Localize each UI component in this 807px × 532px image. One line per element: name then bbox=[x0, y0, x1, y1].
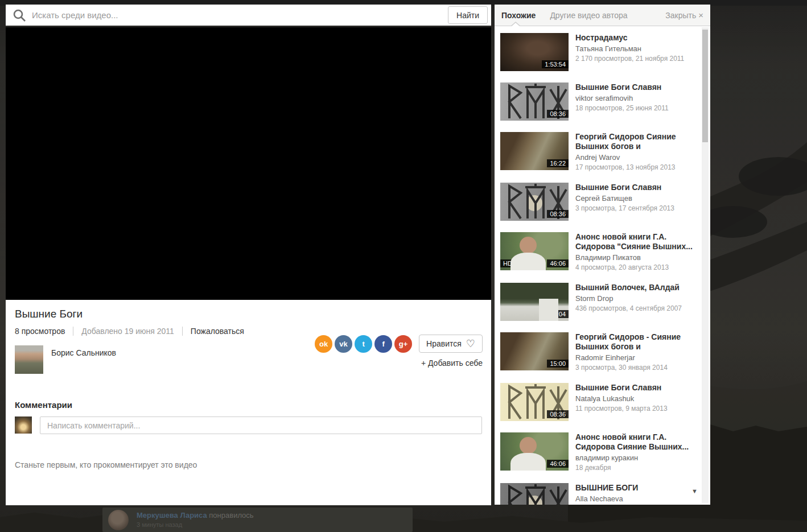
video-thumbnail[interactable]: HD 46:06 bbox=[500, 232, 569, 270]
twitter-icon[interactable]: t bbox=[355, 335, 372, 353]
video-thumbnail[interactable]: HD bbox=[500, 483, 569, 505]
related-video-title[interactable]: ВЫШНИЕ БОГИ bbox=[575, 483, 696, 493]
duration-badge: 08:36 bbox=[547, 210, 569, 218]
related-video-meta: 18 просмотров, 25 июня 2011 bbox=[575, 104, 696, 112]
video-player[interactable] bbox=[6, 27, 491, 300]
related-video-item[interactable]: HD ВЫШНИЕ БОГИ Alla Nechaeva 6 просмотро… bbox=[500, 483, 699, 505]
video-thumbnail[interactable]: HD 08:36 bbox=[500, 183, 569, 221]
related-video-title[interactable]: Вышние Боги Славян bbox=[575, 83, 696, 92]
heart-icon: ♡ bbox=[466, 337, 475, 350]
related-videos-list: HD 1:53:54 Нострадамус Татьяна Гительман… bbox=[495, 26, 699, 505]
related-video-author[interactable]: Storm Drop bbox=[575, 294, 696, 303]
comments-empty-state: Станьте первым, кто прокомментирует это … bbox=[15, 460, 482, 469]
related-video-title[interactable]: Анонс новой книги Г.А. Сидорова "Сияние … bbox=[575, 232, 696, 251]
video-thumbnail[interactable]: HD 08:36 bbox=[500, 383, 569, 421]
related-video-author[interactable]: Radomir Einherjar bbox=[575, 353, 696, 362]
search-icon bbox=[13, 9, 26, 22]
share-buttons-group: okvktfg+ bbox=[315, 335, 414, 353]
related-video-item[interactable]: HD 04:04 Вышний Волочек, ВАлдай Storm Dr… bbox=[500, 283, 699, 321]
scrollbar-thumb[interactable] bbox=[702, 30, 708, 142]
related-video-item[interactable]: HD 16:22 Георгий Сидоров Сияние Вышних б… bbox=[500, 132, 699, 171]
duration-badge: 15:00 bbox=[547, 360, 569, 368]
google-plus-icon[interactable]: g+ bbox=[394, 335, 412, 353]
related-video-title[interactable]: Вышний Волочек, ВАлдай bbox=[575, 283, 696, 292]
related-video-item[interactable]: HD 46:06 Анонс новой книги Г.А. Сидорова… bbox=[500, 232, 699, 271]
divider bbox=[182, 327, 183, 336]
related-video-author[interactable]: Natalya Lukashuk bbox=[575, 394, 696, 403]
close-icon: × bbox=[698, 10, 703, 20]
related-video-title[interactable]: Анонс новой книги Г.А. Сидорова Сияние В… bbox=[575, 432, 696, 452]
author-name[interactable]: Борис Сальников bbox=[51, 348, 116, 374]
add-to-self-link[interactable]: + Добавить себе bbox=[421, 358, 483, 368]
author-avatar[interactable] bbox=[15, 345, 43, 374]
related-video-title[interactable]: Вышние Боги Славян bbox=[575, 383, 696, 393]
duration-badge: 1:53:54 bbox=[542, 60, 569, 68]
commenter-avatar bbox=[15, 416, 32, 434]
search-submit-button[interactable]: Найти bbox=[448, 6, 488, 24]
video-overlay-page: Меркушева Лариса понравилось 3 минуты на… bbox=[0, 0, 807, 532]
related-video-item[interactable]: HD 08:36 Вышние Боги Славян Natalya Luka… bbox=[500, 383, 699, 421]
vkontakte-icon[interactable]: vk bbox=[335, 335, 352, 353]
close-button[interactable]: Закрыть× bbox=[665, 10, 703, 20]
duration-badge: 08:36 bbox=[547, 110, 569, 118]
scroll-down-icon[interactable]: ▼ bbox=[691, 488, 698, 494]
comment-input[interactable] bbox=[40, 416, 482, 434]
video-thumbnail[interactable]: HD 46:06 bbox=[500, 432, 569, 471]
related-video-meta: 3 просмотра, 17 сентября 2013 bbox=[575, 204, 696, 212]
related-video-author[interactable]: Сергей Батищев bbox=[575, 194, 696, 203]
related-videos-sidebar: Похожие Другие видео автора Закрыть× HD … bbox=[495, 5, 710, 505]
video-title: Вышние Боги bbox=[15, 308, 482, 320]
duration-badge: 08:36 bbox=[547, 410, 569, 418]
related-video-item[interactable]: HD 1:53:54 Нострадамус Татьяна Гительман… bbox=[500, 33, 699, 71]
related-video-meta: 18 декабря bbox=[575, 464, 696, 472]
report-link[interactable]: Пожаловаться bbox=[191, 327, 244, 336]
related-video-meta: 3 просмотра, 30 января 2014 bbox=[575, 364, 696, 372]
related-video-item[interactable]: HD 46:06 Анонс новой книги Г.А. Сидорова… bbox=[500, 432, 699, 472]
close-button-label: Закрыть bbox=[665, 11, 696, 20]
sidebar-scrollbar[interactable] bbox=[702, 27, 709, 503]
related-video-item[interactable]: HD 08:36 Вышние Боги Славян viktor seraf… bbox=[500, 83, 699, 121]
related-video-title[interactable]: Георгий Сидоров - Сияние Вышних богов и … bbox=[575, 332, 696, 352]
related-video-meta: 4 просмотра, 20 августа 2013 bbox=[575, 263, 696, 271]
like-button-label: Нравится bbox=[426, 339, 462, 348]
related-video-title[interactable]: Нострадамус bbox=[575, 33, 696, 43]
video-thumbnail[interactable]: HD 15:00 bbox=[500, 332, 569, 370]
tab-similar[interactable]: Похожие bbox=[501, 11, 536, 20]
related-video-author[interactable]: viktor serafimovih bbox=[575, 94, 696, 102]
related-video-author[interactable]: Владимир Пикатов bbox=[575, 253, 696, 262]
related-video-author[interactable]: Alla Nechaeva bbox=[575, 494, 696, 503]
video-info-panel: Вышние Боги 8 просмотров Добавлено 19 ию… bbox=[6, 300, 491, 505]
duration-badge: 46:06 bbox=[547, 259, 569, 267]
related-video-author[interactable]: Andrej Warov bbox=[575, 153, 696, 162]
related-video-author[interactable]: владимир куракин bbox=[575, 453, 696, 462]
view-count: 8 просмотров bbox=[15, 327, 65, 336]
related-video-author[interactable]: Татьяна Гительман bbox=[575, 44, 696, 53]
video-search-bar: Найти bbox=[6, 5, 491, 26]
sidebar-tab-bar: Похожие Другие видео автора Закрыть× bbox=[495, 5, 710, 26]
related-video-meta: 11 просмотров, 9 марта 2013 bbox=[575, 405, 696, 413]
related-video-title[interactable]: Георгий Сидоров Сияние Вышних богов и кр… bbox=[575, 132, 696, 151]
like-button[interactable]: Нравится ♡ bbox=[419, 335, 483, 353]
date-added: Добавлено 19 июня 2011 bbox=[81, 327, 174, 336]
comments-heading: Комментарии bbox=[15, 400, 482, 410]
duration-badge: 46:06 bbox=[547, 460, 569, 468]
related-video-meta: 436 просмотров, 4 сентября 2007 bbox=[575, 304, 696, 312]
related-video-item[interactable]: HD 15:00 Георгий Сидоров - Сияние Вышних… bbox=[500, 332, 699, 372]
video-thumbnail[interactable]: HD 08:36 bbox=[500, 83, 569, 121]
related-video-meta: 2 170 просмотров, 21 ноября 2011 bbox=[575, 55, 696, 63]
tab-author-videos[interactable]: Другие видео автора bbox=[550, 11, 627, 20]
divider bbox=[73, 327, 73, 336]
active-tab-caret bbox=[510, 22, 521, 26]
related-video-item[interactable]: HD 08:36 Вышние Боги Славян Сергей Батищ… bbox=[500, 183, 699, 221]
video-thumbnail[interactable]: HD 1:53:54 bbox=[500, 33, 569, 71]
facebook-icon[interactable]: f bbox=[374, 335, 392, 353]
hd-badge: HD bbox=[500, 259, 515, 267]
odnoklassniki-icon[interactable]: ok bbox=[315, 335, 332, 353]
duration-badge: 04:04 bbox=[547, 310, 569, 318]
duration-badge: 16:22 bbox=[547, 159, 569, 167]
video-thumbnail[interactable]: HD 16:22 bbox=[500, 132, 569, 170]
related-video-title[interactable]: Вышние Боги Славян bbox=[575, 183, 696, 192]
runes-art bbox=[500, 483, 569, 505]
search-input[interactable] bbox=[32, 10, 448, 20]
video-thumbnail[interactable]: HD 04:04 bbox=[500, 283, 569, 321]
